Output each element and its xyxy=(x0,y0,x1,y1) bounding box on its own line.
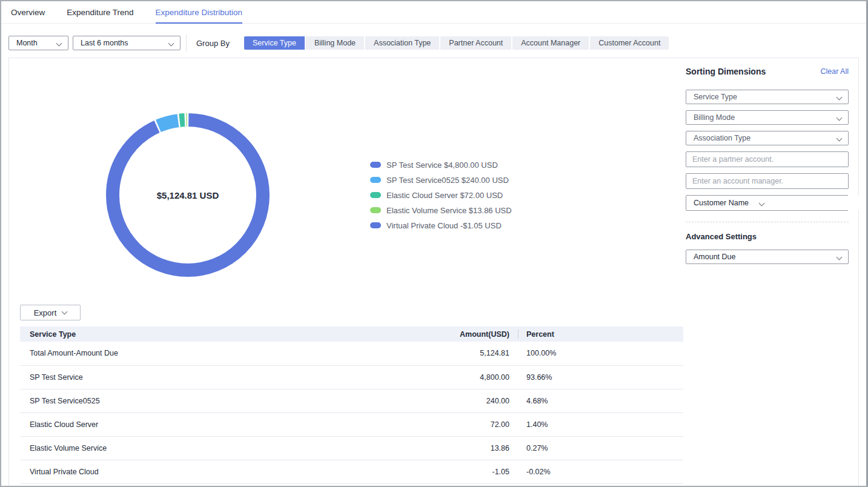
export-row: Export xyxy=(20,305,858,320)
cell-service-type: SP Test Service xyxy=(20,365,347,389)
chevron-down-icon xyxy=(837,254,843,260)
group-by-option-account-manager[interactable]: Account Manager xyxy=(512,36,589,50)
cell-amount: -1.05 xyxy=(347,460,509,483)
legend-swatch-icon xyxy=(370,207,381,213)
account-manager-input[interactable] xyxy=(686,173,849,189)
cell-service-type: SP Test Service0525 xyxy=(20,389,347,412)
cell-amount: 240.00 xyxy=(347,389,509,412)
chevron-down-icon xyxy=(837,94,843,101)
cell-percent: -0.02% xyxy=(509,460,683,483)
legend-swatch-icon xyxy=(370,162,381,168)
cell-percent: 1.40% xyxy=(509,412,683,436)
chevron-down-icon xyxy=(168,41,174,47)
sidebar-title: Sorting Dimensions xyxy=(686,67,766,76)
legend-item[interactable]: SP Test Service $4,800.00 USD xyxy=(370,161,512,170)
expenditure-table: Service Type Amount(USD) Percent Total A… xyxy=(20,326,683,484)
table-row: Total Amount-Amount Due5,124.81100.00% xyxy=(20,342,683,365)
group-by-options: Service TypeBilling ModeAssociation Type… xyxy=(244,36,669,50)
column-divider xyxy=(518,330,518,339)
cell-amount: 72.00 xyxy=(347,412,509,436)
sidebar-header: Sorting Dimensions Clear All xyxy=(686,67,849,76)
tab-label: Expenditure Distribution xyxy=(156,8,242,17)
tab-expenditure-distribution[interactable]: Expenditure Distribution xyxy=(156,1,242,23)
chevron-down-icon xyxy=(62,309,68,315)
group-by-option-service-type[interactable]: Service Type xyxy=(244,36,305,50)
filter-toolbar: Month Last 6 months Group By Service Typ… xyxy=(1,24,866,58)
sorting-dimensions-panel: Sorting Dimensions Clear All Service Typ… xyxy=(686,67,849,264)
group-by-label: Group By xyxy=(196,39,230,48)
legend-label: Elastic Volume Service $13.86 USD xyxy=(386,206,512,215)
chevron-down-icon xyxy=(56,41,62,47)
donut-center-label: $5,124.81 USD xyxy=(106,113,270,277)
association-type-filter-select[interactable]: Association Type xyxy=(686,131,849,145)
group-by-option-partner-account[interactable]: Partner Account xyxy=(440,36,511,50)
cell-service-type: Elastic Volume Service xyxy=(20,436,347,460)
group-by-option-association-type[interactable]: Association Type xyxy=(365,36,439,50)
legend-label: SP Test Service $4,800.00 USD xyxy=(386,161,498,170)
chart-legend: SP Test Service $4,800.00 USDSP Test Ser… xyxy=(370,161,512,230)
legend-label: SP Test Service0525 $240.00 USD xyxy=(386,176,509,185)
select-value: Billing Mode xyxy=(694,113,735,122)
donut-chart: $5,124.81 USD xyxy=(106,113,270,277)
sidebar-divider xyxy=(686,222,849,222)
table-row: SP Test Service4,800.0093.66% xyxy=(20,365,683,389)
column-header-service-type: Service Type xyxy=(20,326,347,342)
legend-item[interactable]: SP Test Service0525 $240.00 USD xyxy=(370,176,512,185)
cell-service-type: Total Amount-Amount Due xyxy=(20,342,347,365)
chevron-down-icon xyxy=(837,136,843,142)
export-button[interactable]: Export xyxy=(20,305,81,320)
table-row: SP Test Service0525240.004.68% xyxy=(20,389,683,412)
chevron-down-icon xyxy=(759,200,765,206)
cell-percent: 0.27% xyxy=(509,436,683,460)
advanced-settings-title: Advanced Settings xyxy=(686,232,849,241)
legend-item[interactable]: Virtual Private Cloud -$1.05 USD xyxy=(370,221,512,230)
legend-swatch-icon xyxy=(370,177,381,183)
tab-label: Expenditure Trend xyxy=(67,8,133,17)
tab-bar: OverviewExpenditure TrendExpenditure Dis… xyxy=(1,1,866,24)
column-header-percent: Percent xyxy=(509,326,683,342)
amount-due-select[interactable]: Amount Due xyxy=(686,250,849,264)
tab-label: Overview xyxy=(11,8,45,17)
cell-amount: 13.86 xyxy=(347,436,509,460)
partner-account-input[interactable] xyxy=(686,151,849,167)
legend-item[interactable]: Elastic Volume Service $13.86 USD xyxy=(370,206,512,215)
billing-mode-filter-select[interactable]: Billing Mode xyxy=(686,110,849,125)
legend-swatch-icon xyxy=(370,222,381,228)
tab-expenditure-trend[interactable]: Expenditure Trend xyxy=(67,1,133,23)
cell-service-type: Elastic Cloud Server xyxy=(20,412,347,436)
export-button-label: Export xyxy=(34,308,57,317)
group-by-option-customer-account[interactable]: Customer Account xyxy=(590,36,669,50)
cell-percent: 100.00% xyxy=(509,342,683,365)
cell-percent: 93.66% xyxy=(509,365,683,389)
period-select-value: Month xyxy=(16,39,38,47)
legend-swatch-icon xyxy=(370,192,381,198)
group-by-option-billing-mode[interactable]: Billing Mode xyxy=(306,36,364,50)
main-panel: $5,124.81 USD SP Test Service $4,800.00 … xyxy=(8,58,859,486)
cell-amount: 5,124.81 xyxy=(347,342,509,365)
clear-all-link[interactable]: Clear All xyxy=(820,67,849,76)
customer-name-select[interactable]: Customer Name xyxy=(686,199,770,207)
customer-name-filter: Customer Name xyxy=(686,195,849,211)
tab-overview[interactable]: Overview xyxy=(11,1,45,23)
legend-label: Elastic Cloud Server $72.00 USD xyxy=(386,191,503,200)
range-select-value: Last 6 months xyxy=(81,39,128,47)
table-row: Virtual Private Cloud-1.05-0.02% xyxy=(20,460,683,483)
legend-label: Virtual Private Cloud -$1.05 USD xyxy=(386,221,502,230)
table-row: Elastic Volume Service13.860.27% xyxy=(20,436,683,460)
table-row: Elastic Cloud Server72.001.40% xyxy=(20,412,683,436)
range-select[interactable]: Last 6 months xyxy=(73,36,181,50)
customer-name-input[interactable] xyxy=(770,196,868,210)
period-select[interactable]: Month xyxy=(8,36,68,50)
service-type-filter-select[interactable]: Service Type xyxy=(686,90,849,104)
toolbar-divider xyxy=(186,35,187,51)
cell-amount: 4,800.00 xyxy=(347,365,509,389)
legend-item[interactable]: Elastic Cloud Server $72.00 USD xyxy=(370,191,512,200)
select-value: Association Type xyxy=(694,134,750,142)
select-value: Service Type xyxy=(694,93,737,101)
cell-service-type: Virtual Private Cloud xyxy=(20,460,347,483)
amount-due-select-value: Amount Due xyxy=(694,253,735,261)
app-window: OverviewExpenditure TrendExpenditure Dis… xyxy=(0,0,868,487)
cell-percent: 4.68% xyxy=(509,389,683,412)
table-header-row: Service Type Amount(USD) Percent xyxy=(20,326,683,342)
column-header-amount: Amount(USD) xyxy=(347,326,509,342)
